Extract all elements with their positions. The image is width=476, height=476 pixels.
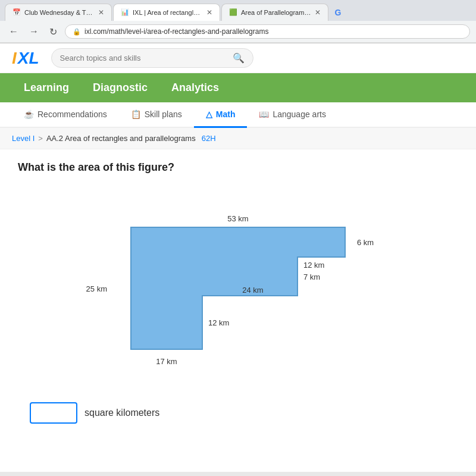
- label-center-h: 24 km: [242, 286, 263, 295]
- back-button[interactable]: ←: [6, 25, 21, 38]
- tab-3-favicon: 🟩: [229, 8, 237, 17]
- logo-xl: XL: [18, 49, 39, 68]
- tab-2-label: IXL | Area of rectangles and para…: [133, 9, 203, 16]
- tab-3-label: Area of Parallelogram OR Area o…: [241, 9, 311, 16]
- tab-1-favicon: 📅: [12, 8, 21, 17]
- ixl-header: IXL 🔍: [0, 43, 476, 73]
- address-bar: ← → ↻ 🔒 ixl.com/math/level-i/area-of-rec…: [0, 21, 476, 43]
- tab-2[interactable]: 📊 IXL | Area of rectangles and para… ✕: [113, 4, 220, 21]
- label-top: 53 km: [227, 214, 248, 223]
- logo-i: I: [12, 49, 17, 68]
- google-favicon: G: [335, 8, 342, 17]
- search-icon: 🔍: [233, 52, 245, 64]
- tab-3-close[interactable]: ✕: [315, 8, 321, 17]
- tab-bar: 📅 Club Wednesday & Thurs ✕ 📊 IXL | Area …: [0, 0, 476, 21]
- label-center-v: 12 km: [208, 318, 229, 327]
- nav-learning[interactable]: Learning: [12, 73, 81, 102]
- tab-1[interactable]: 📅 Club Wednesday & Thurs ✕: [5, 4, 112, 21]
- subnav-math[interactable]: △ Math: [194, 102, 248, 128]
- tab-1-label: Club Wednesday & Thurs: [24, 9, 95, 16]
- tab-3[interactable]: 🟩 Area of Parallelogram OR Area o… ✕: [221, 4, 328, 21]
- search-box[interactable]: 🔍: [51, 48, 253, 68]
- nav-diagnostic[interactable]: Diagnostic: [81, 73, 159, 102]
- ixl-subnav: ☕ Recommendations 📋 Skill plans △ Math 📖…: [0, 102, 476, 128]
- tab-google[interactable]: G: [330, 4, 346, 21]
- label-right-top: 6 km: [357, 238, 374, 247]
- subnav-recommendations[interactable]: ☕ Recommendations: [12, 102, 119, 128]
- ixl-page: IXL 🔍 Learning Diagnostic Analytics ☕ Re…: [0, 43, 476, 472]
- url-text: ixl.com/math/level-i/area-of-rectangles-…: [84, 27, 268, 36]
- label-left: 25 km: [86, 284, 107, 293]
- answer-unit: square kilometers: [84, 408, 159, 418]
- ixl-logo[interactable]: IXL: [12, 49, 39, 68]
- skill-plans-icon: 📋: [131, 109, 141, 119]
- breadcrumb-separator: >: [38, 134, 43, 143]
- breadcrumb-topic: AA.2 Area of rectangles and parallelogra…: [46, 134, 196, 143]
- recommendations-icon: ☕: [24, 109, 34, 119]
- reload-button[interactable]: ↻: [46, 25, 60, 39]
- breadcrumb-code: 62H: [202, 134, 216, 143]
- label-right-mid-bot: 7 km: [303, 273, 320, 281]
- figure-svg: 53 km 6 km 12 km 7 km 25 km 24 km 12 km …: [83, 192, 393, 382]
- math-icon: △: [206, 109, 212, 119]
- question-text: What is the area of this figure?: [18, 161, 458, 174]
- tab-2-close[interactable]: ✕: [206, 8, 212, 17]
- subnav-skill-plans[interactable]: 📋 Skill plans: [119, 102, 194, 128]
- answer-row: square kilometers: [18, 402, 458, 424]
- nav-analytics[interactable]: Analytics: [159, 73, 231, 102]
- search-input[interactable]: [60, 54, 228, 62]
- breadcrumb: Level I > AA.2 Area of rectangles and pa…: [0, 128, 476, 149]
- forward-button[interactable]: →: [26, 25, 42, 38]
- breadcrumb-level[interactable]: Level I: [12, 134, 35, 143]
- tab-1-close[interactable]: ✕: [98, 8, 104, 17]
- content-area: What is the area of this figure? 53 km 6…: [0, 149, 476, 436]
- ixl-nav: Learning Diagnostic Analytics: [0, 73, 476, 102]
- tab-2-favicon: 📊: [121, 8, 129, 17]
- label-right-mid-top: 12 km: [303, 261, 324, 270]
- language-arts-icon: 📖: [259, 109, 269, 119]
- subnav-language-arts[interactable]: 📖 Language arts: [247, 102, 338, 128]
- figure-polygon: [131, 227, 345, 349]
- browser-chrome: 📅 Club Wednesday & Thurs ✕ 📊 IXL | Area …: [0, 0, 476, 43]
- answer-input[interactable]: [30, 402, 77, 424]
- url-bar[interactable]: 🔒 ixl.com/math/level-i/area-of-rectangle…: [65, 24, 470, 39]
- lock-icon: 🔒: [73, 28, 81, 36]
- figure-container: 53 km 6 km 12 km 7 km 25 km 24 km 12 km …: [83, 192, 393, 384]
- label-bottom: 17 km: [156, 357, 177, 366]
